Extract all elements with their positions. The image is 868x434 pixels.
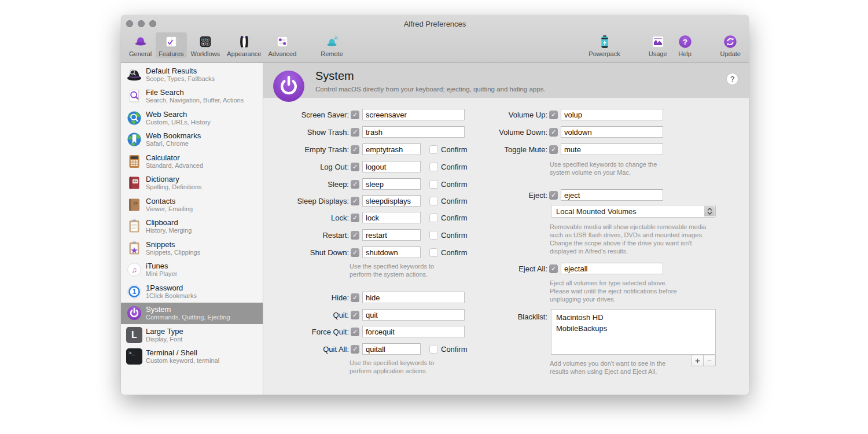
keyword-input[interactable] <box>362 126 465 138</box>
keyword-input[interactable] <box>362 326 465 337</box>
keyword-checkbox[interactable] <box>351 163 359 171</box>
form-row: Restart:Confirm <box>263 229 468 241</box>
keyword-checkbox[interactable] <box>549 128 558 137</box>
tab-general[interactable]: General <box>126 32 155 58</box>
keyword-checkbox[interactable] <box>549 111 558 119</box>
keyword-checkbox[interactable] <box>351 197 359 205</box>
keyword-input[interactable] <box>561 109 663 120</box>
keyword-input[interactable] <box>362 343 421 355</box>
confirm-checkbox[interactable] <box>429 197 438 205</box>
keyword-input[interactable] <box>362 212 421 223</box>
keyword-input[interactable] <box>362 247 421 258</box>
confirm-label: Confirm <box>441 197 468 205</box>
sidebar-item-subtitle: Snippets, Clippings <box>146 249 200 256</box>
features-sidebar: Default ResultsScope, Types, Fallbacks F… <box>121 63 263 395</box>
tab-help[interactable]: ? Help <box>674 32 696 58</box>
sidebar-item-subtitle: Custom, URLs, History <box>146 119 211 126</box>
confirm-checkbox[interactable] <box>429 214 438 222</box>
clipboard-icon <box>126 218 142 234</box>
confirm-label: Confirm <box>441 180 468 189</box>
keyword-input[interactable] <box>362 144 421 155</box>
svg-text:♫: ♫ <box>131 266 137 274</box>
sidebar-item-itunes[interactable]: ♫ iTunesMini Player <box>121 259 263 281</box>
keyword-checkbox[interactable] <box>351 328 359 336</box>
tab-remote[interactable]: Remote <box>318 32 346 58</box>
blacklist-item[interactable]: Macintosh HD <box>551 312 715 323</box>
tab-update[interactable]: Update <box>718 32 744 58</box>
sidebar-item-title: System <box>146 305 230 314</box>
keyword-checkbox[interactable] <box>351 111 359 119</box>
sidebar-item-file-search[interactable]: File SearchSearch, Navigation, Buffer, A… <box>121 86 263 108</box>
form-row: Quit All:Confirm <box>263 343 468 355</box>
keyword-checkbox[interactable] <box>351 180 359 189</box>
keyword-checkbox[interactable] <box>351 214 359 222</box>
keyword-input[interactable] <box>561 144 663 155</box>
tab-powerpack[interactable]: Powerpack <box>586 32 623 58</box>
tab-label: Advanced <box>268 50 296 57</box>
keyword-input[interactable] <box>561 263 663 274</box>
keyword-checkbox[interactable] <box>351 231 359 240</box>
sidebar-item-dictionary[interactable]: Aa DictionarySpelling, Definitions <box>121 172 263 194</box>
keyword-input[interactable] <box>362 178 421 190</box>
keyword-checkbox[interactable] <box>549 191 558 200</box>
help-button[interactable]: ? <box>726 73 738 85</box>
sidebar-item-web-search[interactable]: Web SearchCustom, URLs, History <box>121 107 263 129</box>
eject-scope-select[interactable]: Local Mounted Volumes <box>551 205 716 218</box>
toolbar: General Features Workflows Appearance Ad… <box>121 32 749 62</box>
tab-features[interactable]: Features <box>156 32 186 58</box>
tab-advanced[interactable]: Advanced <box>265 32 299 58</box>
file-search-icon <box>126 88 142 104</box>
keyword-input[interactable] <box>362 309 465 321</box>
blacklist-remove-button[interactable]: − <box>703 355 716 366</box>
keyword-input[interactable] <box>362 229 421 241</box>
field-label: Quit All: <box>263 345 349 354</box>
confirm-checkbox[interactable] <box>429 231 438 240</box>
form-row: Eject All: <box>465 263 663 274</box>
form-row: Sleep Displays:Confirm <box>263 195 468 207</box>
form-row: Show Trash: <box>263 126 465 138</box>
keyword-checkbox[interactable] <box>351 311 359 319</box>
sidebar-item-subtitle: Scope, Types, Fallbacks <box>146 75 215 83</box>
keyword-checkbox[interactable] <box>549 145 558 154</box>
form-row: Toggle Mute: <box>465 144 663 155</box>
sidebar-item-default-results[interactable]: Default ResultsScope, Types, Fallbacks <box>121 64 263 86</box>
confirm-checkbox[interactable] <box>429 163 438 171</box>
keyword-checkbox[interactable] <box>351 128 359 137</box>
keyword-input[interactable] <box>561 189 663 201</box>
confirm-checkbox[interactable] <box>429 345 438 354</box>
form-row: Volume Up: <box>465 109 663 120</box>
sidebar-item-terminal-shell[interactable]: >_ Terminal / ShellCustom keyword, termi… <box>121 346 263 368</box>
form-row: Blacklist: <box>465 311 547 322</box>
sidebar-item-1password[interactable]: 1 1Password1Click Bookmarks <box>121 281 263 303</box>
svg-text:”: ” <box>133 199 138 210</box>
confirm-checkbox[interactable] <box>429 145 438 154</box>
keyword-input[interactable] <box>362 195 421 207</box>
form-row: Quit: <box>263 309 465 321</box>
keyword-checkbox[interactable] <box>351 248 359 257</box>
sidebar-item-contacts[interactable]: ” ContactsViewer, Emailing <box>121 194 263 216</box>
confirm-checkbox[interactable] <box>429 248 438 257</box>
keyword-input[interactable] <box>362 292 465 303</box>
blacklist-add-button[interactable]: + <box>691 355 704 366</box>
blacklist-listbox[interactable]: Macintosh HD MobileBackups <box>551 309 716 355</box>
sidebar-item-large-type[interactable]: L Large TypeDisplay, Font <box>121 324 263 346</box>
sidebar-item-clipboard[interactable]: ClipboardHistory, Merging <box>121 216 263 238</box>
usage-chart-icon <box>650 34 666 50</box>
keyword-checkbox[interactable] <box>351 345 359 354</box>
sidebar-item-web-bookmarks[interactable]: Web BookmarksSafari, Chrome <box>121 129 263 151</box>
tab-usage[interactable]: Usage <box>646 32 670 58</box>
keyword-checkbox[interactable] <box>549 264 558 273</box>
tab-workflows[interactable]: Workflows <box>188 32 223 58</box>
keyword-input[interactable] <box>362 109 465 120</box>
field-label: Force Quit: <box>263 328 349 336</box>
keyword-checkbox[interactable] <box>351 145 359 154</box>
tab-appearance[interactable]: Appearance <box>224 32 264 58</box>
sidebar-item-snippets[interactable]: ★ SnippetsSnippets, Clippings <box>121 237 263 259</box>
sidebar-item-system[interactable]: SystemCommands, Quitting, Ejecting <box>121 303 263 325</box>
keyword-input[interactable] <box>362 161 421 172</box>
sidebar-item-calculator[interactable]: CalculatorStandard, Advanced <box>121 150 263 172</box>
keyword-checkbox[interactable] <box>351 293 359 302</box>
confirm-checkbox[interactable] <box>429 180 438 189</box>
keyword-input[interactable] <box>561 126 663 138</box>
blacklist-item[interactable]: MobileBackups <box>551 323 715 334</box>
